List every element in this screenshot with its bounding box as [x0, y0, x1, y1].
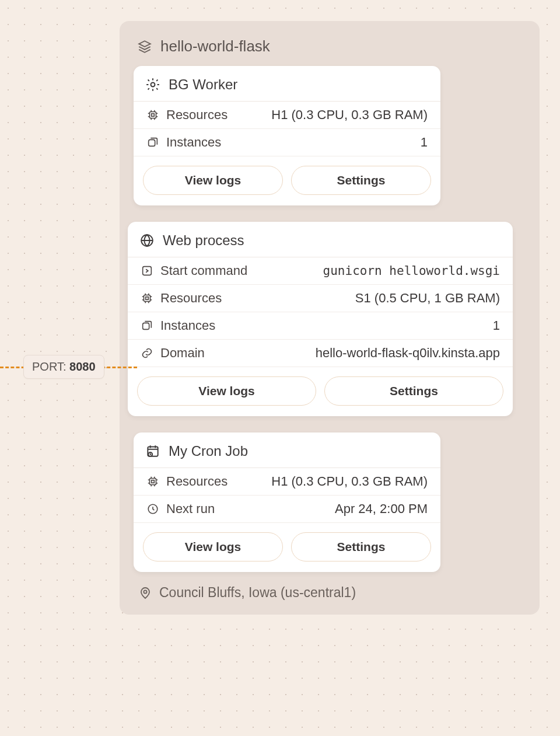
port-value: 8080 [69, 360, 96, 373]
row-value: gunicorn helloworld.wsgi [254, 264, 500, 278]
card-title: Web process [163, 232, 244, 249]
app-name: hello-world-flask [160, 37, 270, 55]
instances-icon [141, 319, 153, 332]
link-icon [141, 347, 153, 360]
svg-rect-5 [143, 267, 152, 275]
row-value: Apr 24, 2:00 PM [222, 501, 428, 517]
row-label-text: Resources [166, 474, 228, 489]
svg-point-14 [144, 590, 146, 593]
row-start-command: Start command gunicorn helloworld.wsgi [128, 257, 513, 285]
row-next-run: Next run Apr 24, 2:00 PM [134, 496, 440, 523]
row-instances: Instances 1 [134, 129, 440, 156]
svg-rect-6 [144, 295, 150, 302]
app-location: Council Bluffs, Iowa (us-central1) [134, 572, 526, 602]
svg-rect-3 [149, 139, 155, 146]
row-label-text: Domain [160, 346, 205, 361]
row-resources: Resources S1 (0.5 CPU, 1 GB RAM) [128, 285, 513, 312]
view-logs-button[interactable]: View logs [143, 532, 283, 561]
location-text: Council Bluffs, Iowa (us-central1) [159, 585, 356, 601]
row-value: hello-world-flask-q0ilv.kinsta.app [212, 346, 500, 361]
port-badge: PORT: 8080 [23, 355, 104, 379]
process-card-web: Web process Start command gunicorn hello… [128, 222, 513, 416]
row-label-text: Next run [166, 501, 215, 517]
row-instances: Instances 1 [128, 312, 513, 340]
card-header: My Cron Job [134, 432, 440, 468]
svg-rect-12 [152, 480, 155, 483]
svg-rect-1 [150, 112, 156, 118]
globe-icon [139, 233, 155, 248]
card-header: BG Worker [134, 66, 440, 102]
row-domain: Domain hello-world-flask-q0ilv.kinsta.ap… [128, 340, 513, 367]
settings-button[interactable]: Settings [324, 376, 503, 406]
svg-rect-2 [152, 114, 155, 117]
card-title: BG Worker [169, 76, 237, 93]
svg-point-0 [151, 83, 155, 87]
card-header: Web process [128, 222, 513, 257]
row-value: 1 [228, 135, 428, 150]
row-value: H1 (0.3 CPU, 0.3 GB RAM) [235, 474, 428, 489]
row-value: 1 [222, 318, 500, 333]
row-label-text: Resources [160, 291, 222, 306]
instances-icon [146, 136, 159, 149]
layers-icon [137, 39, 152, 54]
row-label-text: Instances [160, 318, 215, 333]
row-value: H1 (0.3 CPU, 0.3 GB RAM) [235, 107, 428, 123]
settings-button[interactable]: Settings [291, 532, 431, 561]
chip-icon [141, 292, 153, 305]
svg-rect-11 [150, 479, 156, 485]
view-logs-button[interactable]: View logs [137, 376, 316, 406]
row-resources: Resources H1 (0.3 CPU, 0.3 GB RAM) [134, 102, 440, 129]
chip-icon [146, 475, 159, 488]
port-label: PORT: [32, 360, 66, 373]
card-title: My Cron Job [169, 443, 248, 459]
row-value: S1 (0.5 CPU, 1 GB RAM) [229, 291, 500, 306]
cron-calendar-icon [145, 444, 160, 459]
view-logs-button[interactable]: View logs [143, 166, 283, 195]
chip-icon [146, 109, 159, 121]
settings-button[interactable]: Settings [291, 166, 431, 195]
location-pin-icon [138, 586, 152, 600]
row-resources: Resources H1 (0.3 CPU, 0.3 GB RAM) [134, 468, 440, 496]
row-label-text: Instances [166, 135, 221, 150]
row-label-text: Resources [166, 107, 228, 123]
process-card-cron: My Cron Job Resources H1 (0.3 CPU, 0.3 G… [134, 432, 440, 572]
row-label-text: Start command [160, 263, 247, 278]
start-command-icon [141, 264, 153, 277]
clock-icon [146, 503, 159, 515]
gear-icon [145, 77, 160, 92]
app-panel: hello-world-flask BG Worker Resourc [120, 21, 540, 615]
svg-rect-8 [143, 323, 149, 329]
process-card-bg-worker: BG Worker Resources H1 (0.3 CPU, 0.3 GB … [134, 66, 440, 205]
app-header: hello-world-flask [134, 35, 526, 66]
svg-rect-7 [146, 297, 149, 300]
